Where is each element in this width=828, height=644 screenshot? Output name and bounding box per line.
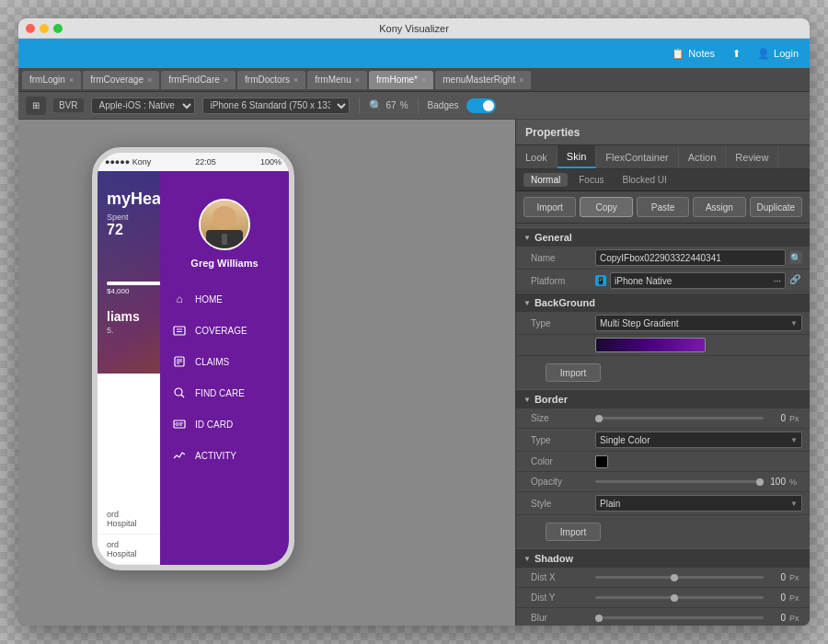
app-window: Kony Visualizer 📋 Notes ⬆ 👤 Login frmLog…: [18, 18, 810, 626]
login-button[interactable]: 👤 Login: [757, 47, 799, 60]
tab-frmdoctors[interactable]: frmDoctors ×: [237, 71, 305, 89]
tab-frmcoverage-close[interactable]: ×: [147, 75, 152, 85]
shadow-blur-track[interactable]: [595, 616, 764, 619]
border-size-thumb[interactable]: [595, 415, 603, 422]
menu-coverage-label: COVERAGE: [195, 326, 247, 336]
state-normal[interactable]: Normal: [523, 173, 568, 187]
minimize-button[interactable]: [40, 24, 49, 33]
shadow-disty-thumb[interactable]: [671, 594, 678, 602]
bvr-button[interactable]: BVR: [53, 98, 84, 112]
border-size-unit: Px: [789, 414, 802, 423]
border-section-header[interactable]: ▼ Border: [516, 389, 810, 408]
state-focus[interactable]: Focus: [571, 173, 611, 187]
menu-item-idcard[interactable]: ID CARD: [160, 408, 289, 440]
state-blocked-ui[interactable]: Blocked UI: [615, 173, 673, 187]
tab-action[interactable]: Action: [679, 145, 727, 168]
platform-link-icon[interactable]: 🔗: [789, 274, 802, 287]
tab-menumasterright[interactable]: menuMasterRight ×: [435, 71, 531, 89]
notes-icon: 📋: [672, 47, 684, 60]
shadow-distx-unit: Px: [789, 573, 802, 582]
menu-findcare-label: FIND CARE: [195, 388, 245, 398]
tab-frmmenu-label: frmMenu: [315, 75, 351, 85]
upload-button[interactable]: ⬆: [730, 47, 742, 60]
border-style-select[interactable]: Plain ▼: [595, 495, 802, 512]
copy-button[interactable]: Copy: [580, 197, 632, 217]
gradient-swatch[interactable]: [595, 338, 706, 352]
bg-type-arrow: ▼: [790, 319, 798, 328]
close-button[interactable]: [26, 24, 35, 33]
import-button[interactable]: Import: [523, 197, 576, 217]
property-tabs: Look Skin FlexContainer Action Review: [516, 145, 810, 169]
tab-frmfindcare[interactable]: frmFindCare ×: [161, 71, 236, 89]
border-opacity-thumb[interactable]: [756, 478, 764, 486]
tab-frmdoctors-label: frmDoctors: [245, 75, 290, 85]
properties-panel: Properties Look Skin FlexContainer Actio…: [515, 120, 810, 626]
activity-icon: [171, 447, 188, 464]
paste-button[interactable]: Paste: [637, 197, 689, 217]
zoom-unit: %: [400, 100, 408, 110]
border-arrow: ▼: [523, 396, 531, 404]
tab-frmfindcare-close[interactable]: ×: [224, 75, 228, 85]
shadow-blur-thumb[interactable]: [595, 615, 603, 622]
tab-review[interactable]: Review: [726, 145, 778, 168]
tab-look[interactable]: Look: [516, 145, 558, 168]
menu-item-claims[interactable]: CLAIMS: [160, 346, 289, 377]
menu-item-home[interactable]: ⌂ HOME: [160, 283, 289, 315]
toolbar-divider-2: [418, 98, 419, 114]
background-section-header[interactable]: ▼ BackGround: [516, 293, 810, 312]
shadow-title: Shadow: [535, 553, 573, 564]
svg-point-10: [176, 423, 178, 426]
duplicate-button[interactable]: Duplicate: [750, 197, 802, 217]
tab-frmlogin[interactable]: frmLogin ×: [22, 71, 81, 89]
state-tabs: Normal Focus Blocked UI: [516, 169, 810, 191]
device-select[interactable]: iPhone 6 Standard (750 x 1334): [202, 98, 350, 114]
border-import-button[interactable]: Import: [546, 523, 601, 541]
bg-type-select[interactable]: Multi Step Gradient ▼: [595, 315, 802, 331]
tab-frmmenu-close[interactable]: ×: [355, 75, 360, 85]
shadow-disty-row: Dist Y 0 Px: [516, 588, 810, 608]
zoom-icon: 🔍: [369, 99, 383, 112]
tab-frmlogin-close[interactable]: ×: [69, 75, 74, 85]
name-input[interactable]: CopyIFbox022903322440341: [595, 249, 786, 266]
border-color-label: Color: [531, 456, 595, 466]
tab-frmhome[interactable]: frmHome* ×: [369, 71, 433, 89]
notes-button[interactable]: 📋 Notes: [672, 47, 715, 60]
bg-import-row: Import: [516, 356, 810, 389]
shadow-distx-thumb[interactable]: [671, 574, 678, 581]
menu-item-coverage[interactable]: COVERAGE: [160, 315, 289, 346]
maximize-button[interactable]: [53, 24, 63, 33]
border-type-select[interactable]: Single Color ▼: [595, 431, 802, 448]
shadow-disty-track[interactable]: [595, 596, 764, 599]
platform-select-field[interactable]: iPhone Native ···: [610, 272, 786, 289]
tab-frmmenu[interactable]: frmMenu ×: [307, 71, 367, 89]
menu-item-findcare[interactable]: FIND CARE: [160, 377, 289, 408]
name-search-icon[interactable]: 🔍: [789, 251, 802, 264]
tab-frmhome-close[interactable]: ×: [421, 75, 426, 85]
tab-frmcoverage[interactable]: frmCoverage ×: [83, 71, 159, 89]
platform-select[interactable]: Apple-iOS : Native: [91, 98, 195, 114]
tab-skin[interactable]: Skin: [558, 145, 596, 168]
platform-dots[interactable]: ···: [774, 276, 781, 286]
general-section-header[interactable]: ▼ General: [516, 227, 810, 247]
bg-import-button[interactable]: Import: [546, 363, 601, 382]
border-opacity-track[interactable]: [595, 480, 764, 483]
tab-frmdoctors-close[interactable]: ×: [293, 75, 298, 85]
border-color-swatch[interactable]: [595, 455, 608, 468]
shadow-disty-label: Dist Y: [531, 592, 595, 603]
border-size-track[interactable]: [595, 417, 764, 420]
background-arrow: ▼: [523, 299, 531, 307]
menu-item-activity[interactable]: ACTIVITY: [160, 440, 289, 471]
hospital-card-2: ord Hospital: [98, 535, 160, 565]
layout-toggle-button[interactable]: ⊞: [26, 97, 46, 115]
tab-menumasterright-close[interactable]: ×: [519, 75, 523, 85]
assign-button[interactable]: Assign: [693, 197, 745, 217]
badges-toggle[interactable]: [466, 98, 496, 113]
shadow-disty-slider: 0 Px: [595, 592, 802, 603]
tab-flexcontainer[interactable]: FlexContainer: [596, 145, 678, 168]
shadow-blur-value: 0: [767, 613, 786, 623]
shadow-section-header[interactable]: ▼ Shadow: [516, 548, 810, 568]
border-color-row: Color: [516, 452, 810, 472]
shadow-distx-slider: 0 Px: [595, 572, 802, 582]
shadow-distx-track[interactable]: [595, 576, 764, 579]
health-subtitle: 5.: [107, 326, 114, 335]
